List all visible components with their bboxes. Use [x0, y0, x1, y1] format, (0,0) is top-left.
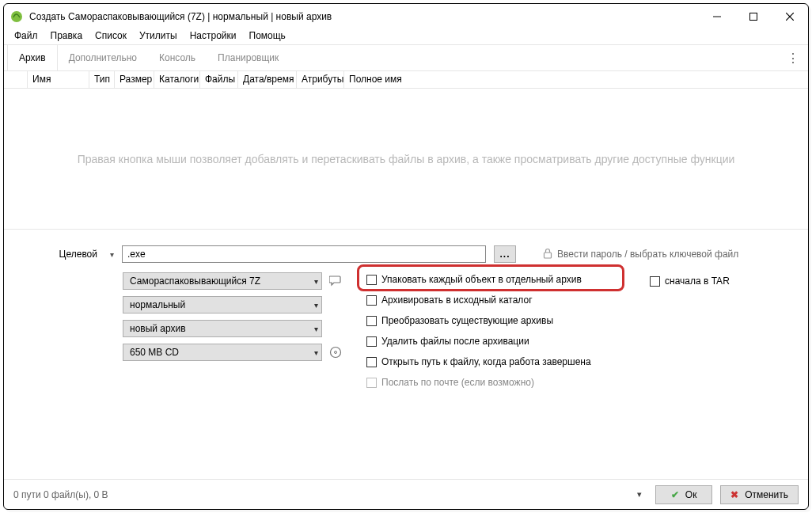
column-folders[interactable]: Каталоги	[154, 71, 200, 88]
kebab-menu-icon[interactable]: ⋮	[781, 51, 805, 66]
target-input[interactable]	[122, 245, 486, 263]
checkbox-icon	[366, 378, 377, 388]
status-text: 0 пути 0 файл(ы), 0 B	[13, 489, 624, 500]
column-type[interactable]: Тип	[89, 71, 115, 88]
toolbar: Архив Дополнительно Консоль Планировщик …	[4, 44, 808, 71]
menu-file[interactable]: Файл	[9, 28, 44, 43]
chevron-down-icon: ▾	[314, 301, 318, 310]
window-title: Создать Самораспаковывающийся (7Z) | нор…	[29, 11, 699, 22]
chevron-down-icon[interactable]: ▾	[632, 489, 647, 500]
column-fullname[interactable]: Полное имя	[344, 71, 808, 88]
column-headers: Имя Тип Размер Каталоги Файлы Дата/время…	[4, 71, 808, 89]
password-area[interactable]: Ввести пароль / выбрать ключевой файл	[543, 248, 738, 261]
tab-advanced[interactable]: Дополнительно	[58, 45, 148, 70]
checks-column: Упаковать каждый объект в отдельный архи…	[366, 272, 636, 390]
tab-scheduler[interactable]: Планировщик	[207, 45, 290, 70]
check-pack-each[interactable]: Упаковать каждый объект в отдельный архи…	[366, 272, 636, 287]
chevron-down-icon: ▾	[314, 348, 318, 357]
column-attrs[interactable]: Атрибуты	[297, 71, 344, 88]
drop-area[interactable]: Правая кнопка мыши позволяет добавлять и…	[4, 89, 808, 230]
menu-utils[interactable]: Утилиты	[134, 28, 183, 43]
column-files[interactable]: Файлы	[200, 71, 238, 88]
drop-hint-text: Правая кнопка мыши позволяет добавлять и…	[78, 153, 735, 165]
dropdown-column: Самораспаковывающийся 7Z▾ нормальный▾ но…	[123, 272, 352, 361]
minimize-button[interactable]	[699, 4, 735, 28]
menu-list[interactable]: Список	[89, 28, 132, 43]
cancel-button[interactable]: ✖ Отменить	[720, 485, 799, 504]
volume-dropdown[interactable]: 650 MB CD▾	[123, 344, 322, 361]
lock-icon	[543, 248, 552, 261]
checkbox-icon	[366, 316, 377, 326]
ok-button[interactable]: ✔ Ок	[655, 485, 712, 504]
svg-point-0	[11, 11, 22, 22]
menu-edit[interactable]: Правка	[45, 28, 89, 43]
column-size[interactable]: Размер	[115, 71, 154, 88]
tab-archive[interactable]: Архив	[7, 45, 58, 70]
speech-bubble-icon[interactable]	[328, 274, 343, 288]
mode-dropdown[interactable]: новый архив▾	[123, 320, 322, 337]
close-button[interactable]	[772, 4, 808, 28]
app-icon	[10, 10, 23, 23]
options-panel: Целевой ▾ ... Ввести пароль / выбрать кл…	[4, 230, 808, 479]
right-checks-column: сначала в TAR	[650, 272, 808, 288]
app-window: Создать Самораспаковывающийся (7Z) | нор…	[3, 3, 809, 510]
title-bar: Создать Самораспаковывающийся (7Z) | нор…	[4, 4, 808, 28]
menu-settings[interactable]: Настройки	[184, 28, 242, 43]
check-convert-existing[interactable]: Преобразовать существующие архивы	[366, 314, 636, 328]
checkbox-icon	[366, 295, 377, 306]
checkbox-icon	[366, 336, 377, 347]
chevron-down-icon[interactable]: ▾	[110, 250, 114, 259]
checkbox-icon	[366, 275, 377, 285]
tab-console[interactable]: Консоль	[148, 45, 207, 70]
svg-rect-5	[544, 253, 552, 258]
level-dropdown[interactable]: нормальный▾	[123, 296, 322, 314]
menu-help[interactable]: Помощь	[244, 28, 291, 43]
check-tar-first[interactable]: сначала в TAR	[650, 274, 808, 288]
check-send-mail: Послать по почте (если возможно)	[366, 375, 636, 390]
column-datetime[interactable]: Дата/время	[238, 71, 297, 88]
target-row: Целевой ▾ ... Ввести пароль / выбрать кл…	[15, 245, 797, 263]
chevron-down-icon: ▾	[314, 325, 318, 333]
format-dropdown[interactable]: Самораспаковывающийся 7Z▾	[123, 272, 322, 290]
column-checkbox[interactable]	[4, 71, 28, 88]
checkbox-icon	[366, 357, 377, 367]
password-hint: Ввести пароль / выбрать ключевой файл	[557, 249, 738, 260]
svg-rect-2	[750, 13, 757, 20]
check-icon: ✔	[671, 489, 679, 500]
svg-point-6	[331, 348, 341, 358]
maximize-button[interactable]	[735, 4, 772, 28]
target-label: Целевой	[15, 249, 102, 260]
close-icon: ✖	[730, 489, 738, 500]
check-delete-after[interactable]: Удалить файлы после архивации	[366, 334, 636, 348]
check-open-path[interactable]: Открыть путь к файлу, когда работа завер…	[366, 355, 636, 369]
browse-button[interactable]: ...	[494, 245, 516, 263]
checkbox-icon	[650, 276, 660, 287]
chevron-down-icon: ▾	[314, 277, 318, 286]
check-archive-source[interactable]: Архивировать в исходный каталог	[366, 293, 636, 307]
column-name[interactable]: Имя	[28, 71, 89, 88]
bottom-bar: 0 пути 0 файл(ы), 0 B ▾ ✔ Ок ✖ Отменить	[4, 479, 808, 509]
menu-bar: Файл Правка Список Утилиты Настройки Пом…	[4, 28, 808, 44]
svg-point-7	[335, 352, 337, 354]
disc-icon[interactable]	[328, 345, 343, 359]
